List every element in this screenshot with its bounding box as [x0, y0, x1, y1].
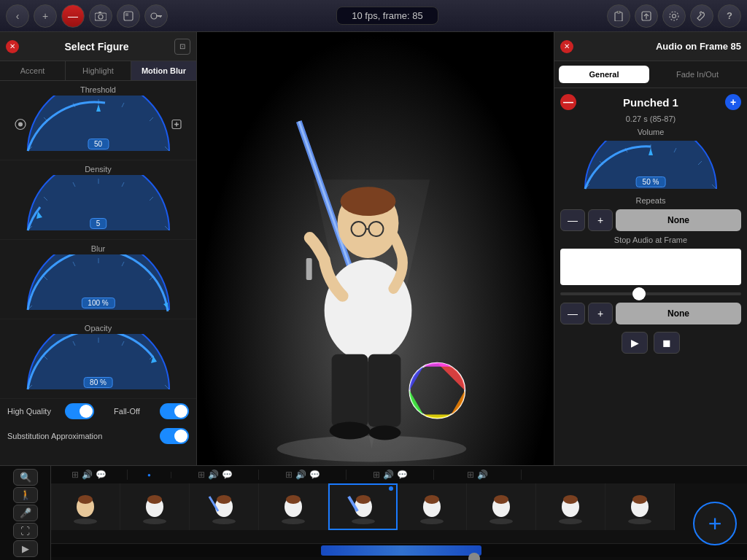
bottom-repeats-plus-button[interactable]: +: [588, 303, 613, 324]
key-button[interactable]: [144, 4, 168, 28]
canvas-background: [197, 32, 554, 465]
repeats-none-button[interactable]: None: [616, 209, 741, 231]
svg-point-64: [330, 422, 371, 440]
svg-rect-2: [98, 12, 101, 13]
audio-plus-button[interactable]: +: [725, 94, 741, 110]
tl-icon-sound5: 🔊: [477, 470, 488, 480]
blur-dial[interactable]: 100 %: [15, 254, 182, 314]
svg-point-104: [632, 495, 647, 504]
audio-waveform: [321, 545, 481, 556]
tl-icon-layers2: ⊞: [198, 470, 205, 480]
svg-rect-9: [615, 12, 622, 21]
frame-4[interactable]: [259, 483, 328, 530]
bottom-repeats-none-button[interactable]: None: [616, 303, 741, 324]
walk-button[interactable]: 🚶: [13, 487, 38, 504]
volume-value: 50 %: [636, 176, 666, 187]
left-panel-close[interactable]: ✕: [6, 40, 19, 53]
svg-point-99: [559, 518, 582, 524]
frame-3[interactable]: [190, 483, 259, 530]
threshold-label: Threshold: [7, 85, 189, 94]
volume-slider-thumb[interactable]: [632, 287, 646, 300]
help-button[interactable]: ?: [718, 4, 741, 28]
tab-fade-in-out[interactable]: Fade In/Out: [652, 66, 743, 83]
svg-rect-67: [306, 258, 312, 280]
opacity-dial[interactable]: 80 %: [15, 334, 182, 394]
timeline-play-button[interactable]: ▶: [13, 540, 38, 557]
threshold-icon-right: [171, 119, 182, 133]
search-button[interactable]: 🔍: [13, 469, 38, 486]
svg-point-14: [670, 12, 678, 20]
slider-row: [560, 289, 741, 298]
svg-point-1: [98, 15, 103, 19]
tab-motion-blur[interactable]: Motion Blur: [131, 61, 196, 80]
frame-dot: [389, 486, 393, 491]
share-button[interactable]: [635, 4, 658, 28]
threshold-dial[interactable]: 50: [15, 96, 182, 155]
substitution-toggle[interactable]: [160, 428, 189, 444]
top-bar: ‹ + — 10 fps, frame: 85 ?: [0, 0, 747, 32]
tl-icon-layers5: ⊞: [467, 470, 474, 480]
volume-label: Volume: [560, 128, 741, 136]
add-button[interactable]: +: [34, 4, 57, 28]
camera-button[interactable]: [89, 4, 112, 28]
density-section: Density 5: [0, 160, 196, 240]
delete-button[interactable]: —: [61, 4, 85, 28]
tab-accent[interactable]: Accent: [0, 61, 66, 80]
clipboard-button[interactable]: [607, 4, 630, 28]
fps-info: 10 fps, frame: 85: [336, 7, 438, 25]
timeline-scrubber[interactable]: [51, 557, 747, 560]
left-panel-header: ✕ Select Figure ⊡: [0, 32, 196, 61]
right-panel-close[interactable]: ✕: [560, 40, 573, 53]
tools-button[interactable]: [690, 4, 713, 28]
expand-button[interactable]: ⛶: [13, 523, 38, 540]
high-quality-toggle[interactable]: [65, 403, 94, 419]
main-area: ✕ Select Figure ⊡ Accent Highlight Motio…: [0, 32, 747, 465]
left-panel-icon[interactable]: ⊡: [174, 39, 190, 55]
svg-rect-4: [125, 13, 128, 16]
tl-icon-group2: ⊞ 🔊 💬: [171, 470, 259, 480]
frame-8[interactable]: [536, 483, 605, 530]
tab-highlight[interactable]: Highlight: [66, 61, 131, 80]
falloff-toggle[interactable]: [160, 403, 189, 419]
bottom-repeats-minus-button[interactable]: —: [560, 303, 585, 324]
blur-section: Blur 100 %: [0, 240, 196, 319]
photo-button[interactable]: [117, 4, 140, 28]
play-button[interactable]: ▶: [622, 332, 648, 354]
svg-rect-63: [368, 354, 401, 427]
frame-2[interactable]: [120, 483, 190, 530]
settings-button[interactable]: [662, 4, 686, 28]
svg-point-98: [494, 495, 508, 504]
frame-5-active[interactable]: [328, 483, 398, 530]
repeats-plus-button[interactable]: +: [588, 209, 613, 231]
tl-icon-sound2: 🔊: [208, 470, 219, 480]
tl-icon-layers: ⊞: [71, 470, 79, 480]
top-bar-right: ?: [607, 4, 741, 28]
stop-audio-box[interactable]: [560, 249, 741, 285]
stop-button[interactable]: ◼: [654, 332, 680, 354]
blur-value: 100 %: [81, 298, 115, 308]
volume-dial[interactable]: 50 %: [578, 141, 724, 192]
frame-6[interactable]: [398, 483, 467, 530]
audio-time: 0.27 s (85-87): [560, 114, 741, 123]
back-button[interactable]: ‹: [6, 4, 29, 28]
mic-button[interactable]: 🎤: [13, 505, 38, 521]
tab-general[interactable]: General: [559, 66, 649, 83]
svg-point-65: [369, 426, 401, 440]
repeats-minus-button[interactable]: —: [560, 209, 585, 231]
svg-point-86: [282, 518, 305, 524]
frame-9[interactable]: [605, 483, 675, 530]
volume-slider[interactable]: [560, 292, 741, 295]
density-dial[interactable]: 5: [15, 175, 182, 235]
frame-7[interactable]: [467, 483, 536, 530]
frame-1[interactable]: [51, 483, 120, 530]
tl-icon-bubble4: 💬: [397, 470, 408, 480]
tl-icon-group5: ⊞ 🔊: [434, 470, 522, 480]
audio-minus-button[interactable]: —: [560, 94, 576, 110]
timeline-frames: [51, 483, 747, 544]
add-frame-button[interactable]: +: [693, 502, 737, 545]
opacity-label: Opacity: [7, 324, 189, 332]
svg-point-101: [563, 495, 578, 504]
svg-point-13: [673, 14, 676, 18]
svg-rect-8: [158, 15, 160, 17]
right-panel-tabs: General Fade In/Out: [554, 61, 747, 88]
